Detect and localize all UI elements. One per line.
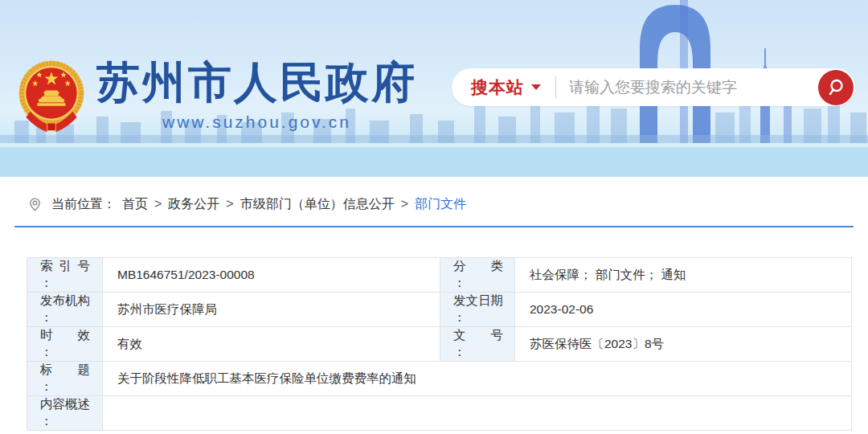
title-value: 关于阶段性降低职工基本医疗保险单位缴费费率的通知 bbox=[103, 362, 852, 396]
search-scope-dropdown[interactable]: 搜本站 bbox=[471, 76, 541, 99]
national-emblem-icon bbox=[16, 56, 87, 141]
search-icon bbox=[825, 77, 846, 98]
search-input[interactable] bbox=[569, 79, 812, 96]
search-divider bbox=[555, 76, 556, 98]
table-row: 标题： 关于阶段性降低职工基本医疗保险单位缴费费率的通知 bbox=[27, 362, 852, 396]
issue-date-label: 发文日期： bbox=[440, 293, 515, 327]
breadcrumb-label: 当前位置： bbox=[51, 196, 116, 213]
breadcrumb-separator: > bbox=[401, 197, 408, 211]
validity-value: 有效 bbox=[103, 327, 440, 362]
summary-value bbox=[103, 396, 852, 431]
validity-label: 时效： bbox=[27, 327, 103, 362]
issuing-agency-label: 发布机构： bbox=[27, 293, 103, 327]
search-button[interactable] bbox=[818, 70, 854, 105]
site-logo[interactable]: 苏州市人民政府 www.suzhou.gov.cn bbox=[16, 56, 417, 141]
issue-date-value: 2023-02-06 bbox=[515, 293, 852, 327]
table-row: 发布机构： 苏州市医疗保障局 发文日期： 2023-02-06 bbox=[27, 293, 852, 327]
index-number-value: MB1646751/2023-00008 bbox=[103, 258, 440, 293]
breadcrumb-item-home[interactable]: 首页 bbox=[122, 196, 148, 213]
breadcrumb-item-govinfo[interactable]: 政务公开 bbox=[168, 196, 219, 213]
index-number-label: 索引号： bbox=[27, 258, 103, 293]
breadcrumb-item-dept-documents[interactable]: 部门文件 bbox=[415, 196, 466, 213]
title-label: 标题： bbox=[27, 362, 103, 396]
site-search-bar: 搜本站 bbox=[452, 68, 855, 106]
table-row: 内容概述： bbox=[27, 396, 852, 431]
summary-label: 内容概述： bbox=[27, 396, 103, 431]
doc-number-value: 苏医保待医〔2023〕8号 bbox=[515, 327, 852, 362]
issuing-agency-value: 苏州市医疗保障局 bbox=[103, 293, 440, 327]
section-divider bbox=[14, 226, 854, 227]
table-row: 索引号： MB1646751/2023-00008 分类： 社会保障； 部门文件… bbox=[27, 258, 852, 293]
breadcrumb-separator: > bbox=[226, 197, 233, 211]
breadcrumb-separator: > bbox=[154, 197, 162, 211]
brand-text: 苏州市人民政府 www.suzhou.gov.cn bbox=[96, 56, 417, 132]
breadcrumb-item-dept-disclosure[interactable]: 市级部门（单位）信息公开 bbox=[240, 196, 395, 213]
category-label: 分类： bbox=[440, 258, 515, 293]
table-row: 时效： 有效 文号： 苏医保待医〔2023〕8号 bbox=[27, 327, 852, 362]
site-title: 苏州市人民政府 bbox=[96, 59, 417, 105]
category-value: 社会保障； 部门文件； 通知 bbox=[515, 258, 852, 293]
doc-info-table: 索引号： MB1646751/2023-00008 分类： 社会保障； 部门文件… bbox=[27, 257, 852, 431]
doc-number-label: 文号： bbox=[440, 327, 515, 362]
location-pin-icon bbox=[27, 197, 43, 212]
search-scope-label: 搜本站 bbox=[471, 76, 524, 99]
site-header: 苏州市人民政府 www.suzhou.gov.cn 搜本站 bbox=[0, 0, 868, 177]
breadcrumb: 当前位置： 首页 > 政务公开 > 市级部门（单位）信息公开 > 部门文件 bbox=[27, 196, 868, 212]
site-url: www.suzhou.gov.cn bbox=[96, 113, 417, 132]
caret-down-icon bbox=[531, 84, 541, 90]
